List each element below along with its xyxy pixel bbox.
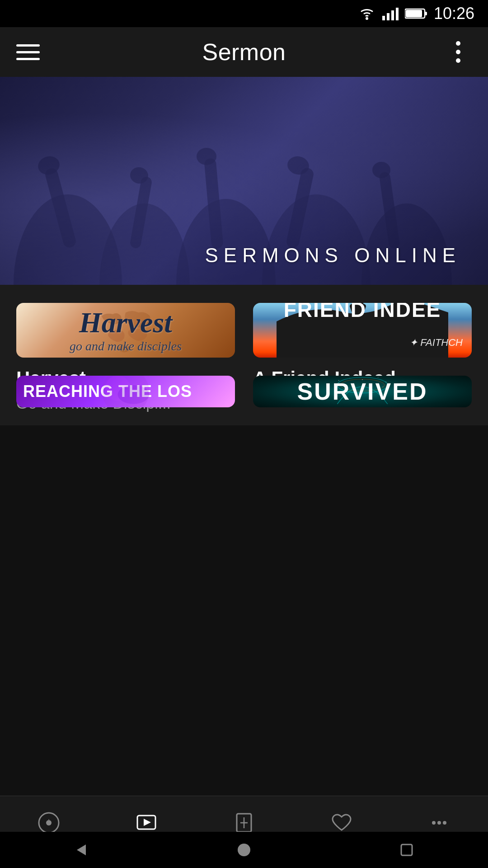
svg-rect-4 [396, 8, 399, 20]
hero-text: SERMONS ONLINE [205, 244, 488, 285]
recent-button[interactable] [393, 836, 420, 863]
home-system-button[interactable] [230, 836, 258, 863]
hero-banner: SERMONS ONLINE [0, 77, 488, 285]
svg-text:i: i [48, 818, 50, 827]
sermon-card-survived[interactable]: SURVIVED [253, 376, 472, 407]
app-bar: Sermon [0, 27, 488, 77]
svg-rect-3 [391, 10, 394, 20]
harvest-main-word: Harvest [70, 307, 182, 339]
back-button[interactable] [68, 836, 95, 863]
svg-point-20 [197, 148, 216, 165]
content-area: Harvest go and make disciples Harvest Go… [0, 285, 488, 425]
home-icon: i [37, 811, 61, 835]
dot-2 [456, 50, 460, 54]
contact-icon [427, 811, 451, 835]
bible-icon [232, 811, 256, 835]
menu-line-1 [16, 44, 40, 47]
more-options-button[interactable] [445, 38, 472, 66]
menu-line-2 [16, 51, 40, 53]
recent-icon [398, 841, 416, 859]
friend-thumb-text: FRIEND INDEE [253, 303, 472, 321]
svg-marker-48 [144, 819, 151, 826]
status-time: 10:26 [434, 4, 474, 23]
signal-icon [382, 7, 399, 20]
status-icons: 10:26 [358, 4, 474, 23]
harvest-sub-word: go and make disciples [70, 339, 182, 354]
sermon-card-harvest[interactable]: Harvest go and make disciples Harvest Go… [16, 303, 235, 358]
wifi-icon [358, 7, 376, 20]
svg-point-54 [443, 821, 446, 825]
sermon-card-reaching[interactable]: REACHING THE LOS [16, 376, 235, 407]
system-nav [0, 832, 488, 868]
sermon-thumbnail-reaching: REACHING THE LOS [16, 376, 235, 407]
bottom-spacer [0, 425, 488, 534]
menu-button[interactable] [16, 38, 43, 66]
giving-icon [330, 811, 353, 835]
menu-line-3 [16, 58, 40, 60]
sermon-card-friend[interactable]: FRIEND INDEE ✦ FAITHCH A Friend Indeed [253, 303, 472, 358]
friend-logo: ✦ FAITHCH [409, 337, 463, 349]
dot-1 [456, 41, 460, 46]
battery-icon [405, 8, 427, 19]
svg-point-22 [372, 162, 390, 178]
sermon-thumbnail-friend: FRIEND INDEE ✦ FAITHCH [253, 303, 472, 358]
svg-point-52 [432, 821, 436, 825]
svg-point-53 [437, 821, 441, 825]
sermon-grid-row2: REACHING THE LOS [16, 376, 472, 407]
svg-rect-2 [387, 13, 389, 20]
back-icon [72, 841, 90, 859]
svg-point-56 [238, 844, 250, 856]
sermon-thumbnail-harvest: Harvest go and make disciples [16, 303, 235, 358]
svg-rect-6 [425, 12, 427, 15]
page-title: Sermon [202, 38, 286, 66]
dot-3 [456, 58, 460, 63]
sermon-thumbnail-survived: SURVIVED [253, 376, 472, 407]
svg-rect-1 [382, 16, 385, 20]
svg-point-34 [118, 385, 150, 404]
svg-point-0 [366, 17, 368, 20]
svg-marker-55 [77, 844, 86, 855]
home-system-icon [235, 841, 253, 859]
reaching-bg [16, 376, 235, 407]
survived-thumb-text: SURVIVED [297, 378, 428, 405]
svg-rect-7 [406, 10, 422, 17]
sermon-icon [135, 811, 158, 835]
status-bar: 10:26 [0, 0, 488, 27]
harvest-thumb-text: Harvest go and make disciples [61, 303, 191, 358]
sermon-grid-row1: Harvest go and make disciples Harvest Go… [16, 303, 472, 358]
svg-rect-57 [401, 844, 412, 855]
